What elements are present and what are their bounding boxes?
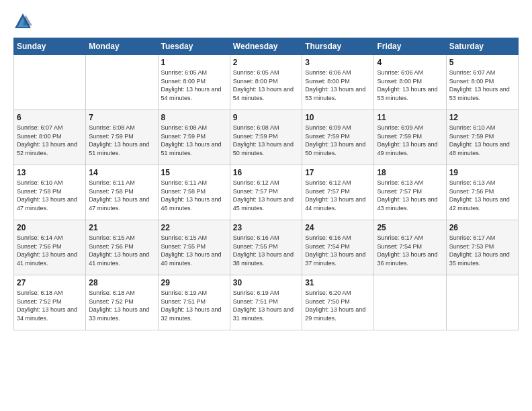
day-number: 23 xyxy=(233,223,299,232)
calendar-cell xyxy=(374,275,446,330)
page: SundayMondayTuesdayWednesdayThursdayFrid… xyxy=(0,0,532,411)
day-info: Sunrise: 6:11 AM Sunset: 7:58 PM Dayligh… xyxy=(161,179,227,212)
day-number: 13 xyxy=(17,168,83,177)
day-number: 17 xyxy=(305,168,371,177)
day-number: 31 xyxy=(305,278,371,287)
day-info: Sunrise: 6:15 AM Sunset: 7:56 PM Dayligh… xyxy=(89,234,154,267)
weekday-header: Saturday xyxy=(446,38,518,55)
calendar-cell: 9Sunrise: 6:08 AM Sunset: 7:59 PM Daylig… xyxy=(230,110,302,165)
calendar-cell xyxy=(14,55,86,110)
day-info: Sunrise: 6:10 AM Sunset: 7:59 PM Dayligh… xyxy=(449,124,515,157)
day-info: Sunrise: 6:08 AM Sunset: 7:59 PM Dayligh… xyxy=(233,124,299,157)
weekday-header: Friday xyxy=(374,38,446,55)
calendar-cell: 8Sunrise: 6:08 AM Sunset: 7:59 PM Daylig… xyxy=(158,110,230,165)
day-info: Sunrise: 6:06 AM Sunset: 8:00 PM Dayligh… xyxy=(377,68,443,102)
day-info: Sunrise: 6:18 AM Sunset: 7:52 PM Dayligh… xyxy=(89,289,154,322)
calendar-cell: 2Sunrise: 6:05 AM Sunset: 8:00 PM Daylig… xyxy=(230,55,302,110)
day-number: 21 xyxy=(89,223,154,232)
calendar-cell: 12Sunrise: 6:10 AM Sunset: 7:59 PM Dayli… xyxy=(446,110,518,165)
day-info: Sunrise: 6:13 AM Sunset: 7:57 PM Dayligh… xyxy=(377,179,443,212)
day-info: Sunrise: 6:05 AM Sunset: 8:00 PM Dayligh… xyxy=(233,68,299,102)
calendar-cell xyxy=(86,55,158,110)
day-info: Sunrise: 6:07 AM Sunset: 8:00 PM Dayligh… xyxy=(449,68,515,102)
logo-icon xyxy=(13,12,32,31)
calendar-cell: 31Sunrise: 6:20 AM Sunset: 7:50 PM Dayli… xyxy=(302,275,374,330)
day-info: Sunrise: 6:18 AM Sunset: 7:52 PM Dayligh… xyxy=(17,289,83,322)
day-number: 28 xyxy=(89,278,154,287)
calendar-cell: 4Sunrise: 6:06 AM Sunset: 8:00 PM Daylig… xyxy=(374,55,446,110)
day-number: 10 xyxy=(305,113,371,122)
calendar-cell: 3Sunrise: 6:06 AM Sunset: 8:00 PM Daylig… xyxy=(302,55,374,110)
day-info: Sunrise: 6:20 AM Sunset: 7:50 PM Dayligh… xyxy=(305,289,371,322)
day-info: Sunrise: 6:16 AM Sunset: 7:55 PM Dayligh… xyxy=(233,234,299,267)
day-info: Sunrise: 6:15 AM Sunset: 7:55 PM Dayligh… xyxy=(161,234,227,267)
calendar-cell: 23Sunrise: 6:16 AM Sunset: 7:55 PM Dayli… xyxy=(230,220,302,275)
calendar-cell: 27Sunrise: 6:18 AM Sunset: 7:52 PM Dayli… xyxy=(14,275,86,330)
day-number: 11 xyxy=(377,113,443,122)
calendar-cell: 26Sunrise: 6:17 AM Sunset: 7:53 PM Dayli… xyxy=(446,220,518,275)
day-info: Sunrise: 6:19 AM Sunset: 7:51 PM Dayligh… xyxy=(233,289,299,322)
day-info: Sunrise: 6:19 AM Sunset: 7:51 PM Dayligh… xyxy=(161,289,227,322)
day-number: 18 xyxy=(377,168,443,177)
day-number: 24 xyxy=(305,223,371,232)
day-number: 29 xyxy=(161,278,227,287)
logo xyxy=(13,12,35,31)
day-info: Sunrise: 6:08 AM Sunset: 7:59 PM Dayligh… xyxy=(89,124,154,157)
calendar-cell: 19Sunrise: 6:13 AM Sunset: 7:56 PM Dayli… xyxy=(446,165,518,220)
day-number: 2 xyxy=(233,58,299,67)
calendar-cell: 21Sunrise: 6:15 AM Sunset: 7:56 PM Dayli… xyxy=(86,220,158,275)
calendar-cell: 20Sunrise: 6:14 AM Sunset: 7:56 PM Dayli… xyxy=(14,220,86,275)
calendar-cell: 29Sunrise: 6:19 AM Sunset: 7:51 PM Dayli… xyxy=(158,275,230,330)
day-number: 8 xyxy=(161,113,227,122)
calendar-cell: 6Sunrise: 6:07 AM Sunset: 8:00 PM Daylig… xyxy=(14,110,86,165)
day-number: 30 xyxy=(233,278,299,287)
calendar-week-row: 27Sunrise: 6:18 AM Sunset: 7:52 PM Dayli… xyxy=(14,275,519,330)
day-number: 12 xyxy=(449,113,515,122)
day-info: Sunrise: 6:09 AM Sunset: 7:59 PM Dayligh… xyxy=(305,124,371,157)
day-info: Sunrise: 6:12 AM Sunset: 7:57 PM Dayligh… xyxy=(233,179,299,212)
day-number: 25 xyxy=(377,223,443,232)
day-info: Sunrise: 6:06 AM Sunset: 8:00 PM Dayligh… xyxy=(305,68,371,102)
calendar-header-row: SundayMondayTuesdayWednesdayThursdayFrid… xyxy=(14,38,519,55)
day-info: Sunrise: 6:13 AM Sunset: 7:56 PM Dayligh… xyxy=(449,179,515,212)
calendar-cell: 16Sunrise: 6:12 AM Sunset: 7:57 PM Dayli… xyxy=(230,165,302,220)
day-info: Sunrise: 6:05 AM Sunset: 8:00 PM Dayligh… xyxy=(161,68,227,102)
calendar-cell: 5Sunrise: 6:07 AM Sunset: 8:00 PM Daylig… xyxy=(446,55,518,110)
day-info: Sunrise: 6:07 AM Sunset: 8:00 PM Dayligh… xyxy=(17,124,83,157)
calendar-cell: 25Sunrise: 6:17 AM Sunset: 7:54 PM Dayli… xyxy=(374,220,446,275)
day-number: 27 xyxy=(17,278,83,287)
day-number: 16 xyxy=(233,168,299,177)
calendar-week-row: 20Sunrise: 6:14 AM Sunset: 7:56 PM Dayli… xyxy=(14,220,519,275)
day-number: 5 xyxy=(449,58,515,67)
day-number: 22 xyxy=(161,223,227,232)
weekday-header: Wednesday xyxy=(230,38,302,55)
calendar-cell: 22Sunrise: 6:15 AM Sunset: 7:55 PM Dayli… xyxy=(158,220,230,275)
day-info: Sunrise: 6:12 AM Sunset: 7:57 PM Dayligh… xyxy=(305,179,371,212)
calendar-table: SundayMondayTuesdayWednesdayThursdayFrid… xyxy=(13,38,519,330)
weekday-header: Sunday xyxy=(14,38,86,55)
day-info: Sunrise: 6:17 AM Sunset: 7:54 PM Dayligh… xyxy=(377,234,443,267)
day-info: Sunrise: 6:11 AM Sunset: 7:58 PM Dayligh… xyxy=(89,179,154,212)
calendar-cell: 7Sunrise: 6:08 AM Sunset: 7:59 PM Daylig… xyxy=(86,110,158,165)
calendar-cell: 10Sunrise: 6:09 AM Sunset: 7:59 PM Dayli… xyxy=(302,110,374,165)
calendar-cell: 30Sunrise: 6:19 AM Sunset: 7:51 PM Dayli… xyxy=(230,275,302,330)
weekday-header: Monday xyxy=(86,38,158,55)
day-info: Sunrise: 6:09 AM Sunset: 7:59 PM Dayligh… xyxy=(377,124,443,157)
day-number: 4 xyxy=(377,58,443,67)
day-info: Sunrise: 6:08 AM Sunset: 7:59 PM Dayligh… xyxy=(161,124,227,157)
calendar-cell xyxy=(446,275,518,330)
day-number: 6 xyxy=(17,113,83,122)
header xyxy=(13,12,519,31)
calendar-cell: 28Sunrise: 6:18 AM Sunset: 7:52 PM Dayli… xyxy=(86,275,158,330)
day-number: 26 xyxy=(449,223,515,232)
day-number: 14 xyxy=(89,168,154,177)
calendar-cell: 13Sunrise: 6:10 AM Sunset: 7:58 PM Dayli… xyxy=(14,165,86,220)
calendar-cell: 24Sunrise: 6:16 AM Sunset: 7:54 PM Dayli… xyxy=(302,220,374,275)
weekday-header: Thursday xyxy=(302,38,374,55)
day-number: 15 xyxy=(161,168,227,177)
calendar-cell: 11Sunrise: 6:09 AM Sunset: 7:59 PM Dayli… xyxy=(374,110,446,165)
calendar-cell: 14Sunrise: 6:11 AM Sunset: 7:58 PM Dayli… xyxy=(86,165,158,220)
weekday-header: Tuesday xyxy=(158,38,230,55)
day-number: 1 xyxy=(161,58,227,67)
day-info: Sunrise: 6:17 AM Sunset: 7:53 PM Dayligh… xyxy=(449,234,515,267)
